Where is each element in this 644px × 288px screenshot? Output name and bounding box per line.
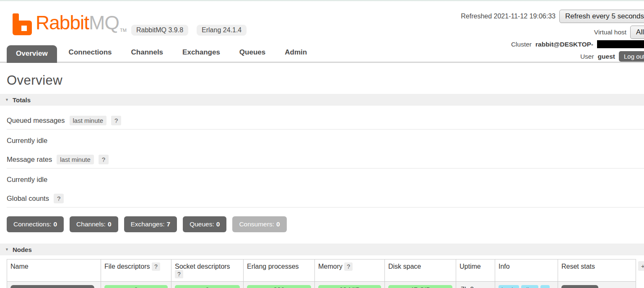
uptime-cell: 7h 0m: [456, 282, 495, 288]
col-disk-space: Disk space: [385, 259, 456, 282]
queued-status-text: Currently idle: [7, 137, 644, 145]
virtual-host-select[interactable]: All: [630, 26, 644, 39]
rabbitmq-logo: RabbitMQTM: [13, 12, 127, 41]
column-toggle-button[interactable]: +/-: [638, 261, 644, 271]
rates-last-minute-badge[interactable]: last minute: [57, 155, 94, 164]
node-name-link[interactable]: rabbit@DESKTOP-: [10, 285, 94, 288]
uptime-value: 7h 0m: [460, 285, 491, 288]
tab-queues[interactable]: Queues: [239, 44, 265, 62]
nodes-section-title: Nodes: [13, 246, 32, 253]
exchanges-count-button[interactable]: Exchanges:7: [124, 216, 177, 232]
socket-descriptors-meter: 0: [175, 285, 240, 288]
col-erlang-processes: Erlang processes: [244, 259, 315, 282]
col-memory: Memory ?: [315, 259, 385, 282]
disk-space-meter: 47 GiB: [388, 285, 452, 288]
socket-descriptors-cell: 0 58893 available: [171, 282, 244, 288]
version-badges: RabbitMQ 3.9.8 Erlang 24.1.4: [131, 25, 247, 36]
queued-help-icon[interactable]: ?: [111, 116, 121, 125]
global-counts-heading: Global counts: [7, 195, 49, 202]
nodes-table: Name File descriptors ? Socket descripto…: [7, 259, 636, 288]
memory-cell: 68 MiB 6.4 GiB high watermark: [315, 282, 385, 288]
tab-admin[interactable]: Admin: [285, 44, 307, 62]
memory-meter: 68 MiB: [318, 285, 381, 288]
col-info: Info: [495, 259, 558, 282]
rabbitmq-version-badge: RabbitMQ 3.9.8: [131, 25, 188, 36]
erlang-processes-meter: 380: [247, 285, 311, 288]
col-socket-descriptors: Socket descriptors ?: [171, 259, 244, 282]
queued-messages-heading-row: Queued messages last minute ?: [7, 116, 644, 130]
message-rates-heading: Message rates: [7, 156, 52, 163]
queues-count-button[interactable]: Queues:0: [183, 216, 226, 232]
file-descriptors-help-icon[interactable]: ?: [152, 262, 160, 271]
nodes-table-wrap: +/- Name File descriptors ? Socket descr…: [0, 259, 644, 288]
memory-help-icon[interactable]: ?: [344, 262, 353, 271]
info-badge-disc: disc: [521, 285, 538, 288]
global-counts-heading-row: Global counts ?: [7, 194, 644, 208]
rates-help-icon[interactable]: ?: [99, 155, 109, 164]
tab-exchanges[interactable]: Exchanges: [182, 44, 220, 62]
node-name-cell: rabbit@DESKTOP-: [7, 282, 101, 288]
tab-channels[interactable]: Channels: [131, 44, 164, 62]
socket-descriptors-help-icon[interactable]: ?: [175, 270, 183, 278]
global-counters: Connections:0 Channels:0 Exchanges:7 Que…: [7, 216, 644, 232]
info-badge-basic: basic: [499, 285, 519, 288]
refresh-interval-select[interactable]: Refresh every 5 seconds: [559, 10, 644, 23]
global-counts-help-icon[interactable]: ?: [54, 194, 64, 203]
col-file-descriptors: File descriptors ?: [101, 259, 171, 282]
message-rates-heading-row: Message rates last minute ?: [7, 155, 644, 169]
erlang-version-badge: Erlang 24.1.4: [197, 25, 247, 36]
col-name: Name: [7, 259, 101, 282]
rabbitmq-management-page: RabbitMQTM RabbitMQ 3.9.8 Erlang 24.1.4 …: [0, 0, 644, 288]
reset-stats-cell: This node All nodes: [558, 282, 636, 288]
tab-overview[interactable]: Overview: [7, 45, 57, 63]
connections-count-button[interactable]: Connections:0: [7, 216, 64, 232]
file-descriptors-cell: 0 65536 available: [101, 282, 171, 288]
channels-count-button[interactable]: Channels:0: [70, 216, 118, 232]
rabbitmq-logo-text: RabbitMQTM: [36, 12, 127, 41]
refreshed-timestamp: Refreshed 2021-11-12 19:06:33: [461, 13, 556, 20]
erlang-processes-cell: 380 1048576 available: [244, 282, 315, 288]
page-title: Overview: [7, 73, 644, 88]
rabbitmq-logo-icon: [13, 13, 32, 35]
reset-this-node-button[interactable]: This node: [561, 285, 598, 288]
info-badge-1: 1: [540, 285, 550, 288]
queued-last-minute-badge[interactable]: last minute: [70, 116, 107, 125]
nodes-section-header[interactable]: ▼ Nodes: [0, 244, 644, 255]
rates-status-text: Currently idle: [7, 176, 644, 184]
collapse-triangle-icon: ▼: [5, 247, 9, 252]
totals-section-title: Totals: [13, 96, 31, 104]
col-reset-stats: Reset stats: [558, 259, 636, 282]
totals-section-header[interactable]: ▼ Totals: [0, 94, 644, 106]
tab-connections[interactable]: Connections: [69, 44, 112, 62]
col-uptime: Uptime: [456, 259, 495, 282]
consumers-count-button: Consumers:0: [232, 216, 286, 232]
virtual-host-label: Virtual host: [594, 29, 626, 36]
nodes-table-header-row: Name File descriptors ? Socket descripto…: [7, 259, 636, 282]
queued-messages-heading: Queued messages: [7, 117, 65, 125]
collapse-triangle-icon: ▼: [5, 98, 9, 102]
node-row: rabbit@DESKTOP- 0 65536 available 0 5889…: [7, 282, 636, 288]
virtual-host-row: Virtual host All: [594, 26, 644, 39]
refresh-row: Refreshed 2021-11-12 19:06:33 Refresh ev…: [461, 10, 644, 23]
file-descriptors-meter: 0: [104, 285, 168, 288]
info-cell: basicdisc1rss: [495, 282, 558, 288]
header: RabbitMQTM RabbitMQ 3.9.8 Erlang 24.1.4 …: [0, 1, 644, 63]
disk-space-cell: 47 GiB 48 MiB low watermark: [385, 282, 456, 288]
tab-bar: Overview Connections Channels Exchanges …: [0, 44, 644, 63]
